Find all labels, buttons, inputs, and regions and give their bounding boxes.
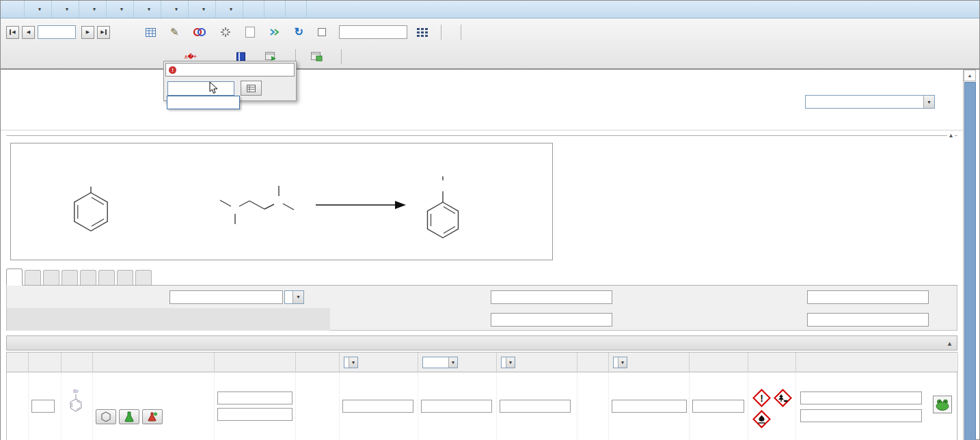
kommentar-input[interactable] xyxy=(692,400,744,413)
neu-button[interactable] xyxy=(219,25,236,39)
collapse-metadaten-icon[interactable]: ▴ xyxy=(947,131,955,139)
h-saetze-input[interactable] xyxy=(800,391,922,404)
bearbeiten-button[interactable]: ✎ xyxy=(169,25,184,40)
temperatur-label xyxy=(330,286,487,308)
tab-durchfuehrung[interactable] xyxy=(6,269,23,286)
ghs-pictograms: ! xyxy=(751,387,795,430)
bezeugung-anfragen-button[interactable] xyxy=(163,55,169,58)
experimenttyp-select[interactable]: ▾ xyxy=(805,95,935,109)
container-flask-button[interactable] xyxy=(119,409,139,424)
toolbar-row-1: ◀ ◀ ▶ ▶ ✎ xyxy=(6,20,974,44)
chevron-down-icon: ▾ xyxy=(202,6,205,12)
stand-anzeigen-button[interactable] xyxy=(310,51,327,63)
c-input[interactable] xyxy=(421,400,492,413)
col-header-hp xyxy=(796,353,958,372)
m-unit-select[interactable]: ▾ xyxy=(501,357,515,368)
tab-durchgefuehrte-analytik[interactable] xyxy=(62,270,78,285)
tab-zusaetzliche-dateien[interactable] xyxy=(25,270,41,285)
witness-search-input[interactable] xyxy=(167,81,234,96)
tab-alles[interactable] xyxy=(135,270,152,285)
menu-literaturverwaltung[interactable]: ▾ xyxy=(216,1,243,18)
dauer-input[interactable] xyxy=(807,290,929,304)
etiketten-drucken-button[interactable] xyxy=(416,27,433,38)
frog-icon xyxy=(935,398,950,411)
environment-symbol xyxy=(778,394,788,402)
witness-suggestion-item[interactable] xyxy=(167,96,240,109)
experiment-kopieren-button[interactable] xyxy=(450,31,452,33)
menu-chemikalien[interactable]: ▾ xyxy=(52,1,79,18)
refresh-icon: ↻ xyxy=(295,27,303,38)
cas-input[interactable] xyxy=(217,408,292,421)
last-record-button[interactable]: ▶ xyxy=(97,26,110,39)
listenansicht-button[interactable] xyxy=(144,27,161,38)
col-header-m: ▾ xyxy=(497,353,577,372)
ausgewaehlt-checkbox[interactable] xyxy=(316,27,331,38)
export-arrows-icon xyxy=(269,28,280,36)
menu-nachrichten[interactable]: ▾ xyxy=(161,1,189,18)
mw-cell xyxy=(296,372,340,440)
menu-hilfe[interactable] xyxy=(286,1,307,18)
menu-abmelden[interactable] xyxy=(264,1,286,18)
analytikdaten-transferieren-button[interactable]: ʌ�￩ xyxy=(183,53,202,60)
integritaet-pruefen-button[interactable] xyxy=(192,26,210,38)
substance-info-button[interactable] xyxy=(142,409,163,424)
v-unit-select[interactable]: ▾ xyxy=(613,357,627,368)
frog-ecotox-button[interactable] xyxy=(933,396,952,413)
structure-editor-button[interactable] xyxy=(96,409,116,424)
record-number-input[interactable] xyxy=(38,25,76,39)
ansatzgroesse-label xyxy=(7,286,165,308)
c-unit-select[interactable]: ▾ xyxy=(422,357,458,368)
v-input[interactable] xyxy=(612,400,687,413)
reaction-scheme[interactable] xyxy=(10,143,553,260)
p-saetze-input[interactable] xyxy=(800,409,922,422)
menu-startseite[interactable] xyxy=(3,1,25,18)
summenformel-input[interactable] xyxy=(217,391,292,404)
chevron-down-icon: ▾ xyxy=(93,6,96,12)
loemi-input[interactable] xyxy=(491,313,612,327)
toolbar-separator xyxy=(441,25,441,40)
next-record-button[interactable]: ▶ xyxy=(81,26,94,39)
first-record-button[interactable]: ◀ xyxy=(6,26,19,39)
menu-personaldatenverwaltung[interactable]: ▾ xyxy=(134,1,161,18)
witness-picker-button[interactable] xyxy=(241,81,262,96)
tab-verwendete-geraete[interactable] xyxy=(80,270,96,285)
scroll-up-button[interactable]: ▲ xyxy=(964,70,976,81)
chevron-down-icon: ▾ xyxy=(175,6,178,12)
tab-literatur[interactable] xyxy=(98,270,115,285)
menu-laborjournal[interactable]: ▾ xyxy=(107,1,134,18)
exportieren-button[interactable] xyxy=(268,27,285,38)
previous-record-button[interactable]: ◀ xyxy=(22,26,35,39)
menge-input[interactable] xyxy=(807,313,929,327)
tab-erweitert[interactable] xyxy=(117,270,133,285)
scrollbar-thumb[interactable] xyxy=(964,82,976,440)
ansatz-unit-select[interactable]: ▾ xyxy=(284,290,304,304)
aktualisieren-button[interactable]: ↻ xyxy=(293,25,308,39)
edukte-table: ▾ ▾ ▾ ▾ xyxy=(6,352,957,440)
menu-geraete[interactable]: ▾ xyxy=(79,1,107,18)
doi-literatur-button[interactable] xyxy=(215,55,221,58)
eq-input[interactable] xyxy=(31,400,55,413)
dauer-label xyxy=(649,286,803,308)
n-input[interactable] xyxy=(342,400,413,413)
tab-analysenauftraege[interactable] xyxy=(43,270,59,285)
mouse-cursor-icon xyxy=(209,81,218,94)
hexagon-icon xyxy=(100,411,112,422)
report-button[interactable] xyxy=(244,25,260,39)
menu-persoenliche-einstellungen[interactable] xyxy=(243,1,264,18)
schnellsuche-input[interactable] xyxy=(339,25,407,39)
integrity-icon xyxy=(193,27,206,37)
n-unit-select[interactable]: ▾ xyxy=(344,357,358,368)
menu-bestellwesen[interactable]: ▾ xyxy=(189,1,216,18)
collapse-edukte-icon[interactable]: ▴ xyxy=(948,340,951,347)
checkbox-icon[interactable] xyxy=(318,28,326,36)
m-input[interactable] xyxy=(500,400,571,413)
ansatzgroesse-input[interactable] xyxy=(169,290,283,304)
menu-system[interactable]: ▾ xyxy=(25,1,52,18)
temperatur-input[interactable] xyxy=(491,290,612,304)
chevron-down-icon: ▾ xyxy=(38,6,41,12)
chevron-down-icon: ▾ xyxy=(349,357,357,368)
chevron-down-icon: ▾ xyxy=(230,6,232,12)
reaction-scheme-drawing xyxy=(11,143,552,260)
structure-thumbnail[interactable]: Br xyxy=(64,385,90,422)
chevron-down-icon: ▾ xyxy=(292,291,303,303)
